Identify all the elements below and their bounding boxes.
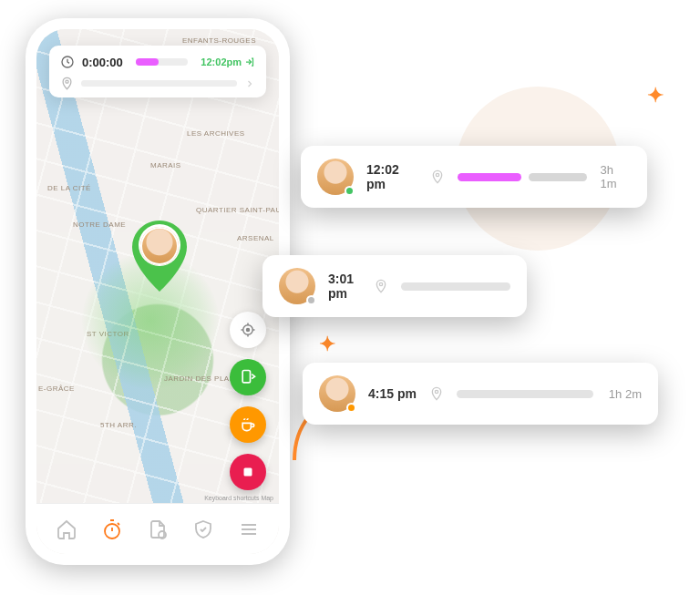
stopwatch-icon	[101, 518, 123, 540]
svg-rect-5	[242, 371, 250, 383]
activity-segments	[457, 390, 596, 398]
avatar	[317, 159, 354, 195]
activity-time: 12:02 pm	[366, 162, 417, 191]
home-icon	[56, 518, 77, 540]
location-placeholder	[81, 80, 237, 87]
break-button[interactable]	[230, 406, 266, 443]
segment	[457, 390, 593, 398]
map-label: 5TH ARR.	[100, 421, 137, 429]
decor-plus-icon: ✦	[647, 84, 664, 108]
avatar	[319, 375, 355, 412]
svg-point-9	[437, 173, 439, 176]
map-label: NOTRE DAME	[73, 221, 126, 229]
location-pin-icon	[374, 279, 388, 293]
nav-timer[interactable]	[101, 518, 123, 540]
timer-progress-bar	[136, 58, 189, 66]
enter-icon	[244, 56, 255, 67]
stage: ENFANTS-ROUGES LES ARCHIVES MARAIS QUART…	[0, 0, 700, 595]
map-attribution: Keyboard shortcuts Map	[204, 495, 273, 501]
segment	[529, 173, 587, 181]
avatar	[279, 268, 315, 304]
location-pin-icon	[429, 386, 444, 401]
map-label: ENFANTS-ROUGES	[182, 36, 256, 45]
bottom-nav	[36, 503, 279, 554]
map-label: MARAIS	[150, 161, 181, 169]
activity-card[interactable]: 4:15 pm1h 2m	[303, 363, 658, 425]
map-user-pin[interactable]	[132, 221, 187, 292]
location-pin-icon	[430, 169, 445, 184]
nav-menu[interactable]	[238, 518, 260, 540]
phone-screen: ENFANTS-ROUGES LES ARCHIVES MARAIS QUART…	[36, 29, 279, 554]
segment	[401, 282, 510, 291]
map-label: E-GRÂCE	[38, 385, 75, 393]
stop-icon	[240, 464, 256, 480]
location-pin-icon	[60, 77, 74, 90]
map-label: LES ARCHIVES	[187, 129, 245, 138]
nav-home[interactable]	[56, 518, 77, 540]
clock-icon	[60, 55, 75, 69]
avatar	[140, 227, 179, 265]
clock-action-icon	[239, 368, 257, 386]
map-label: DE LA CITÉ	[47, 184, 91, 192]
timer-card: 0:00:00 12:02pm	[49, 46, 266, 97]
decor-plus-icon: ✦	[319, 333, 335, 356]
locate-icon	[240, 322, 256, 338]
activity-segments	[401, 282, 510, 291]
activity-duration: 3h 1m	[600, 163, 631, 190]
segment	[458, 173, 521, 181]
nav-report[interactable]	[147, 518, 169, 540]
map-label: ARSENAL	[237, 234, 274, 242]
locate-button[interactable]	[230, 312, 266, 348]
status-dot	[306, 295, 316, 305]
status-dot	[346, 403, 356, 413]
activity-time: 3:01 pm	[328, 272, 361, 301]
activity-duration: 1h 2m	[609, 387, 642, 401]
nav-shield[interactable]	[192, 518, 214, 540]
svg-point-2	[66, 80, 68, 83]
clock-in-badge[interactable]: 12:02pm	[201, 56, 255, 67]
document-icon	[147, 518, 169, 540]
menu-icon	[238, 518, 260, 540]
svg-point-10	[379, 282, 382, 285]
status-dot	[345, 186, 355, 196]
coffee-icon	[239, 415, 257, 434]
activity-card[interactable]: 12:02 pm3h 1m	[301, 146, 647, 208]
map-label: QUARTIER SAINT-PAUL	[196, 207, 279, 215]
svg-point-4	[247, 329, 250, 332]
stop-button[interactable]	[230, 454, 266, 490]
location-row[interactable]	[60, 77, 255, 90]
shield-check-icon	[192, 518, 214, 540]
phone-frame: ENFANTS-ROUGES LES ARCHIVES MARAIS QUART…	[26, 18, 290, 565]
clock-action-button[interactable]	[230, 359, 266, 395]
activity-card[interactable]: 3:01 pm	[262, 255, 527, 317]
activity-segments	[458, 173, 587, 181]
clock-in-time: 12:02pm	[201, 56, 242, 67]
svg-rect-6	[244, 468, 252, 477]
fab-column	[230, 312, 266, 490]
svg-point-11	[435, 390, 438, 393]
activity-time: 4:15 pm	[368, 386, 417, 401]
chevron-right-icon	[244, 78, 255, 89]
elapsed-time: 0:00:00	[82, 56, 123, 69]
